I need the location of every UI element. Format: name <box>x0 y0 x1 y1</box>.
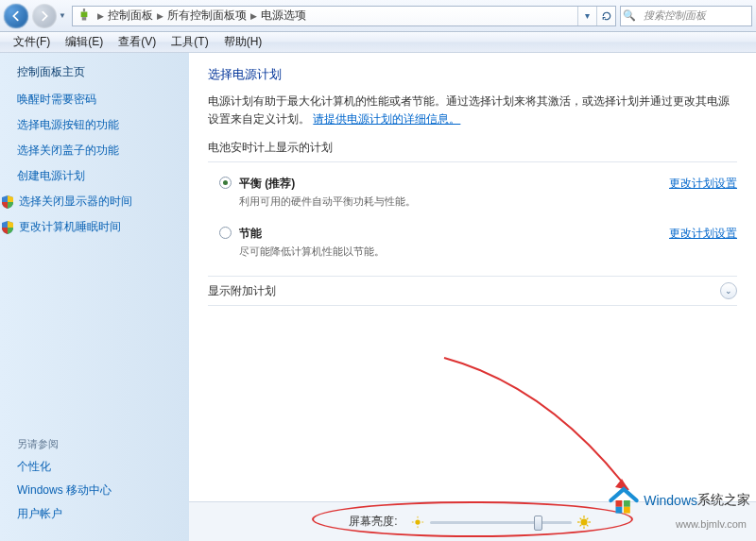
menu-help[interactable]: 帮助(H) <box>216 34 270 50</box>
plan-name: 节能 <box>239 227 262 240</box>
arrow-left-icon <box>9 9 23 23</box>
chevron-right-icon: ▶ <box>95 11 106 21</box>
svg-rect-0 <box>81 11 88 17</box>
main-panel: 选择电源计划 电源计划有助于最大化计算机的性能或者节能。通过选择计划来将其激活，… <box>189 53 756 541</box>
refresh-button[interactable] <box>596 7 615 25</box>
menu-file[interactable]: 文件(F) <box>6 34 58 50</box>
show-additional-plans-row[interactable]: 显示附加计划 ⌄ <box>208 276 737 306</box>
plan-note: 尽可能降低计算机性能以节能。 <box>239 245 669 259</box>
svg-rect-2 <box>83 8 85 11</box>
menu-tools[interactable]: 工具(T) <box>163 34 215 50</box>
sidebar-see-also: 另请参阅 个性化 Windows 移动中心 用户帐户 <box>17 437 112 530</box>
sidebar-link-create-plan[interactable]: 创建电源计划 <box>17 168 181 184</box>
page-description: 电源计划有助于最大化计算机的性能或者节能。通过选择计划来将其激活，或选择计划并通… <box>208 93 737 128</box>
refresh-icon <box>601 10 612 22</box>
sidebar: 控制面板主页 唤醒时需要密码 选择电源按钮的功能 选择关闭盖子的功能 创建电源计… <box>0 53 189 541</box>
svg-rect-1 <box>82 17 87 20</box>
plan-saver: 节能 尽可能降低计算机性能以节能。 更改计划设置 <box>208 220 737 270</box>
breadcrumb-item[interactable]: 电源选项 <box>259 8 308 24</box>
breadcrumb-item[interactable]: 所有控制面板项 <box>165 8 249 24</box>
page-title: 选择电源计划 <box>208 66 737 83</box>
sidebar-link-power-button[interactable]: 选择电源按钮的功能 <box>17 117 181 133</box>
svg-line-14 <box>586 524 588 526</box>
show-additional-plans-label: 显示附加计划 <box>208 283 276 299</box>
svg-line-13 <box>579 517 581 519</box>
plan-note: 利用可用的硬件自动平衡功耗与性能。 <box>239 194 669 209</box>
plan-details-link[interactable]: 请提供电源计划的详细信息。 <box>313 112 460 126</box>
chevron-down-icon: ⌄ <box>725 286 732 296</box>
see-also-heading: 另请参阅 <box>17 437 112 451</box>
brightness-slider[interactable] <box>430 514 572 531</box>
chevron-right-icon: ▶ <box>155 11 165 21</box>
content-area: 控制面板主页 唤醒时需要密码 选择电源按钮的功能 选择关闭盖子的功能 创建电源计… <box>0 53 756 541</box>
brightness-footer: 屏幕亮度: <box>189 501 756 541</box>
chevron-right-icon: ▶ <box>249 11 259 21</box>
battery-plans-heading: 电池安时计上显示的计划 <box>208 140 737 156</box>
plan-list: 平衡 (推荐) 利用可用的硬件自动平衡功耗与性能。 更改计划设置 节能 尽可能降… <box>208 161 737 270</box>
svg-point-8 <box>580 518 587 525</box>
brightness-label: 屏幕亮度: <box>349 514 397 530</box>
svg-line-16 <box>586 517 588 519</box>
address-breadcrumb[interactable]: ▶ 控制面板 ▶ 所有控制面板项 ▶ 电源选项 ▾ <box>72 6 616 26</box>
nav-forward-button[interactable] <box>32 4 57 28</box>
sidebar-link-sleep-time[interactable]: 更改计算机睡眠时间 <box>17 219 181 235</box>
sidebar-link-display-off[interactable]: 选择关闭显示器的时间 <box>17 194 181 210</box>
slider-track <box>430 521 572 524</box>
plan-balanced-radio[interactable] <box>219 177 232 189</box>
menu-bar: 文件(F) 编辑(E) 查看(V) 工具(T) 帮助(H) <box>0 32 756 53</box>
arrow-right-icon <box>38 9 51 23</box>
control-panel-home-link[interactable]: 控制面板主页 <box>17 64 181 80</box>
change-plan-settings-link[interactable]: 更改计划设置 <box>669 176 737 209</box>
brightness-low-icon <box>411 516 424 529</box>
brightness-high-icon <box>577 516 591 529</box>
annotation-arrow <box>435 348 643 499</box>
nav-back-button[interactable] <box>4 4 28 28</box>
slider-thumb[interactable] <box>534 516 542 531</box>
nav-history-dropdown[interactable]: ▼ <box>59 11 68 20</box>
expand-button[interactable]: ⌄ <box>720 282 737 299</box>
shield-icon <box>0 220 15 235</box>
search-input[interactable]: 🔍 搜索控制面板 <box>620 6 752 26</box>
see-also-personalization[interactable]: 个性化 <box>17 459 112 475</box>
search-icon: 🔍 <box>623 9 640 22</box>
see-also-accounts[interactable]: 用户帐户 <box>17 506 112 522</box>
plan-balanced: 平衡 (推荐) 利用可用的硬件自动平衡功耗与性能。 更改计划设置 <box>208 170 737 220</box>
window-nav-bar: ▼ ▶ 控制面板 ▶ 所有控制面板项 ▶ 电源选项 ▾ 🔍 搜索控制面板 <box>0 0 756 32</box>
change-plan-settings-link[interactable]: 更改计划设置 <box>669 226 737 259</box>
shield-icon <box>0 194 15 210</box>
sidebar-link-require-password[interactable]: 唤醒时需要密码 <box>17 92 181 108</box>
plan-name: 平衡 <box>239 177 262 190</box>
address-dropdown-button[interactable]: ▾ <box>577 7 596 25</box>
search-placeholder: 搜索控制面板 <box>644 8 706 23</box>
menu-view[interactable]: 查看(V) <box>111 34 163 50</box>
see-also-mobility[interactable]: Windows 移动中心 <box>17 482 112 499</box>
plan-saver-radio[interactable] <box>219 227 232 239</box>
svg-point-3 <box>415 519 420 524</box>
menu-edit[interactable]: 编辑(E) <box>58 34 111 50</box>
breadcrumb-item[interactable]: 控制面板 <box>106 8 155 24</box>
svg-line-15 <box>579 524 581 526</box>
power-options-icon <box>76 8 93 25</box>
sidebar-link-close-lid[interactable]: 选择关闭盖子的功能 <box>17 143 181 159</box>
